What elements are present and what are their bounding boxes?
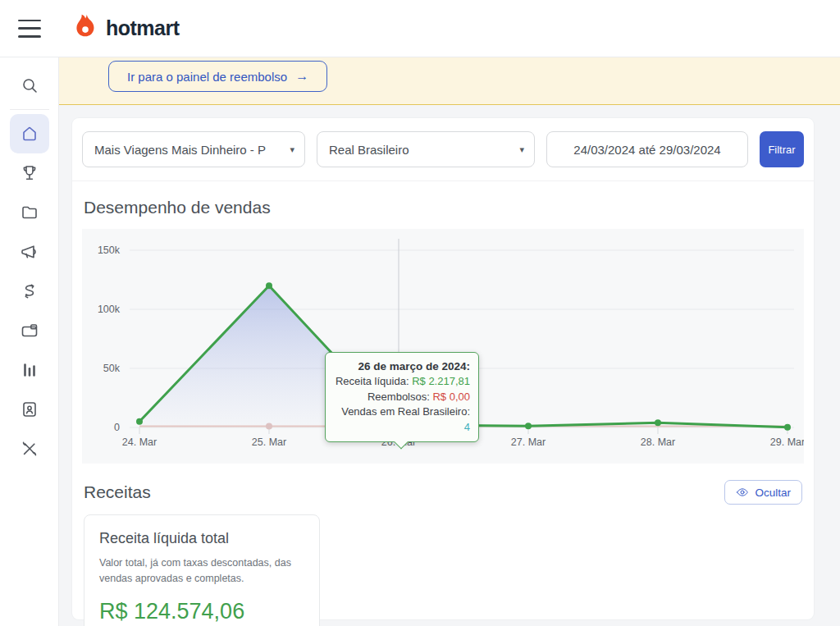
- sidebar-item-search[interactable]: [10, 66, 49, 105]
- content: Mais Viagens Mais Dinheiro - P ▾ Real Br…: [59, 105, 840, 626]
- brand-wordmark: hotmart: [106, 16, 180, 40]
- sales-chart[interactable]: 050k100k150k24. Mar25. Mar26. Mar27. Mar…: [82, 229, 804, 464]
- hotmart-flame-icon: [72, 13, 100, 44]
- svg-text:24. Mar: 24. Mar: [122, 436, 157, 448]
- eye-icon: [736, 486, 749, 499]
- svg-text:29. Mar: 29. Mar: [770, 436, 804, 448]
- top-bar: hotmart: [0, 0, 840, 57]
- tooltip-date: 26 de março de 2024:: [334, 359, 470, 374]
- date-range-input[interactable]: [546, 131, 748, 167]
- sidebar-item-products[interactable]: [10, 193, 49, 232]
- svg-text:50k: 50k: [103, 363, 121, 374]
- filter-bar: Mais Viagens Mais Dinheiro - P ▾ Real Br…: [72, 118, 814, 181]
- sidebar-item-reports[interactable]: [10, 350, 49, 390]
- refund-banner: Ir para o painel de reembolso →: [59, 57, 840, 105]
- product-select[interactable]: Mais Viagens Mais Dinheiro - P ▾: [82, 131, 305, 167]
- search-icon: [20, 75, 39, 95]
- sidebar-item-sales[interactable]: [10, 272, 49, 311]
- folder-icon: [20, 203, 39, 222]
- home-icon: [20, 124, 39, 144]
- net-revenue-title: Receita líquida total: [99, 530, 304, 547]
- hotmart-logo[interactable]: hotmart: [72, 13, 180, 44]
- net-revenue-card: Receita líquida total Valor total, já co…: [84, 514, 320, 626]
- svg-text:100k: 100k: [98, 304, 121, 315]
- sales-performance-section: Desempenho de vendas 050k100k150k24. Mar…: [72, 198, 814, 464]
- sidebar: [0, 57, 59, 626]
- dashboard-card: Mais Viagens Mais Dinheiro - P ▾ Real Br…: [72, 118, 814, 619]
- currency-select[interactable]: Real Brasileiro ▾: [317, 131, 535, 167]
- svg-text:25. Mar: 25. Mar: [252, 436, 286, 448]
- currency-select-value: Real Brasileiro: [329, 143, 409, 157]
- sidebar-item-marketing[interactable]: [10, 232, 49, 272]
- svg-text:150k: 150k: [98, 244, 121, 256]
- revenues-section: Receitas Ocultar Receita líquida total V…: [72, 480, 814, 626]
- main-area: Ir para o painel de reembolso → Mais Via…: [59, 57, 840, 626]
- arrow-right-icon: →: [295, 69, 308, 84]
- sidebar-item-tools[interactable]: [10, 429, 49, 468]
- product-select-value: Mais Viagens Mais Dinheiro - P: [94, 143, 266, 157]
- chevron-down-icon: ▾: [290, 144, 294, 155]
- refund-panel-button-label: Ir para o painel de reembolso: [127, 70, 287, 84]
- svg-text:28. Mar: 28. Mar: [641, 436, 675, 448]
- wallet-icon: [20, 321, 39, 340]
- sidebar-item-home[interactable]: [10, 114, 49, 153]
- hide-button[interactable]: Ocultar: [724, 480, 802, 505]
- svg-text:27. Mar: 27. Mar: [511, 436, 546, 448]
- refund-panel-button[interactable]: Ir para o painel de reembolso →: [108, 61, 327, 92]
- hide-button-label: Ocultar: [755, 487, 791, 499]
- net-revenue-description: Valor total, já com taxas descontadas, d…: [99, 555, 304, 587]
- tooltip-row-refunds: Reembolsos: R$ 0,00: [334, 390, 470, 404]
- money-transfer-icon: [20, 281, 39, 301]
- app-root: hotmart: [0, 0, 840, 626]
- sidebar-item-trophy[interactable]: [10, 153, 49, 193]
- megaphone-icon: [20, 242, 39, 262]
- chevron-down-icon: ▾: [519, 144, 524, 155]
- tools-icon: [20, 439, 39, 459]
- net-revenue-amount: R$ 124.574,06: [99, 599, 304, 624]
- svg-text:0: 0: [114, 422, 120, 433]
- trophy-icon: [20, 163, 39, 183]
- hamburger-menu-icon[interactable]: [18, 20, 43, 38]
- filter-button[interactable]: Filtrar: [760, 131, 804, 167]
- revenues-section-title: Receitas: [84, 482, 151, 502]
- chart-tooltip: 26 de março de 2024: Receita líquida: R$…: [325, 352, 479, 442]
- tooltip-row-net-revenue: Receita líquida: R$ 2.217,81: [334, 374, 470, 389]
- sidebar-item-contacts[interactable]: [10, 390, 49, 429]
- tooltip-row-sales-count: Vendas em Real Brasileiro: 4: [334, 404, 470, 435]
- sidebar-divider: [10, 109, 49, 110]
- id-card-icon: [20, 400, 39, 419]
- sales-section-title: Desempenho de vendas: [84, 198, 814, 217]
- sidebar-item-wallet[interactable]: [10, 311, 49, 350]
- bar-chart-icon: [20, 360, 39, 380]
